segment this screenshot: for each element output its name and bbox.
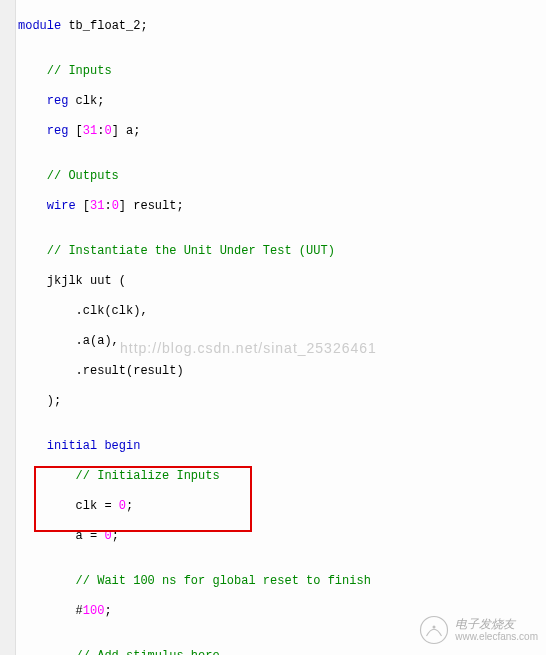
code-line: module tb_float_2;: [18, 19, 546, 34]
code-line: jkjlk uut (: [18, 274, 546, 289]
code-line: // Wait 100 ns for global reset to finis…: [18, 574, 546, 589]
code-line: initial begin: [18, 439, 546, 454]
logo-text-block: 电子发烧友 www.elecfans.com: [455, 617, 538, 643]
code-line: reg clk;: [18, 94, 546, 109]
code-line: wire [31:0] result;: [18, 199, 546, 214]
code-line: .a(a),: [18, 334, 546, 349]
line-number-gutter: [0, 0, 16, 655]
logo-icon: [419, 615, 449, 645]
code-line: .result(result): [18, 364, 546, 379]
code-line: // Add stimulus here: [18, 649, 546, 655]
logo-cn-text: 电子发烧友: [455, 617, 538, 631]
code-line: // Inputs: [18, 64, 546, 79]
code-line: clk = 0;: [18, 499, 546, 514]
code-line: );: [18, 394, 546, 409]
svg-point-0: [421, 617, 448, 644]
code-line: a = 0;: [18, 529, 546, 544]
code-line: reg [31:0] a;: [18, 124, 546, 139]
code-line: // Instantiate the Unit Under Test (UUT): [18, 244, 546, 259]
logo-url-text: www.elecfans.com: [455, 631, 538, 643]
code-line: // Initialize Inputs: [18, 469, 546, 484]
code-line: // Outputs: [18, 169, 546, 184]
svg-point-1: [433, 626, 436, 629]
code-line: .clk(clk),: [18, 304, 546, 319]
site-logo: 电子发烧友 www.elecfans.com: [419, 615, 538, 645]
code-editor: module tb_float_2; // Inputs reg clk; re…: [0, 0, 546, 655]
